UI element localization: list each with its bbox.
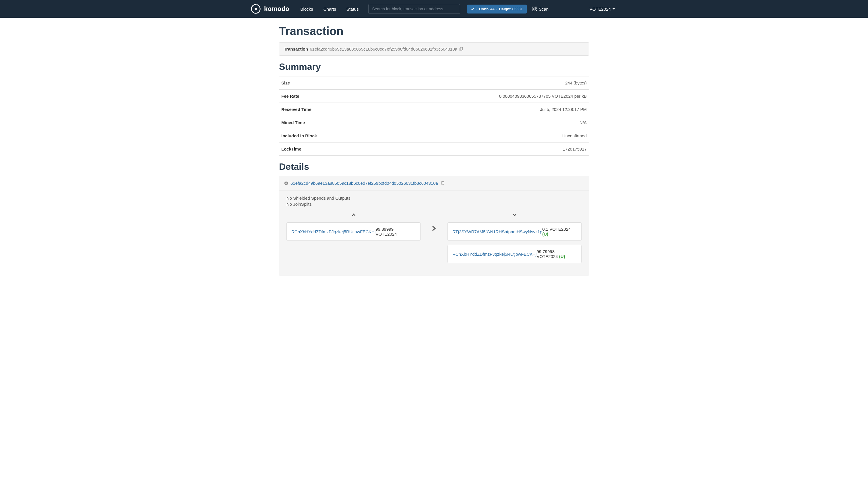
summary-value: Jul 5, 2024 12:39:17 PM	[540, 107, 587, 112]
svg-rect-11	[442, 181, 444, 184]
io-arrow	[432, 210, 436, 232]
caret-down-icon	[613, 8, 615, 9]
status-conn-label: Conn	[479, 7, 488, 11]
summary-row-received: Received Time Jul 5, 2024 12:39:17 PM	[279, 103, 589, 116]
summary-label: Fee Rate	[281, 94, 299, 99]
status-sep2: ·	[496, 7, 498, 11]
qr-icon	[532, 7, 537, 11]
details-hash-link[interactable]: 61efa2cd49b69e13a885059c18b6c0ed7ef259b0…	[291, 181, 438, 186]
details-panel: 61efa2cd49b69e13a885059c18b6c0ed7ef259b0…	[279, 176, 589, 276]
output-item: RTj2SYWR7AM5fGN1RHSatpnmHSwyNsvz1p 0.1 V…	[448, 222, 581, 241]
outputs-column: RTj2SYWR7AM5fGN1RHSatpnmHSwyNsvz1p 0.1 V…	[448, 210, 581, 267]
output-address-link[interactable]: RChXbHYddZDfmzPJqzkej5RUtjpwFECKHj	[452, 252, 536, 257]
inputs-collapse-toggle[interactable]	[287, 210, 420, 222]
output-amount: 99.79998 VOTE2024	[536, 249, 558, 259]
summary-value: Unconfirmed	[562, 133, 587, 138]
nav-link-charts[interactable]: Charts	[318, 1, 341, 17]
scan-link[interactable]: Scan	[532, 7, 549, 12]
summary-table: Size 244 (bytes) Fee Rate 0.000040983606…	[279, 76, 589, 156]
status-conn-value: 44	[490, 7, 494, 11]
chevron-right-icon	[432, 226, 436, 231]
shielded-info: No Shielded Spends and Outputs No JoinSp…	[287, 195, 581, 207]
summary-value: N/A	[579, 120, 587, 125]
copy-icon[interactable]	[440, 181, 444, 185]
svg-point-1	[255, 8, 257, 10]
summary-label: LockTime	[281, 147, 301, 151]
svg-rect-8	[460, 47, 463, 50]
chevron-up-icon	[351, 213, 356, 217]
summary-label: Mined Time	[281, 120, 305, 125]
connection-status-badge[interactable]: · Conn 44 · Height 85631	[467, 5, 527, 14]
input-address-link[interactable]: RChXbHYddZDfmzPJqzkej5RUtjpwFECKHj	[291, 229, 375, 234]
plus-circle-icon[interactable]	[284, 181, 288, 185]
output-amount-wrap: 0.1 VOTE2024 (U)	[542, 227, 577, 236]
navbar-inner: komodo Blocks Charts Status · Conn 44 · …	[250, 1, 618, 17]
status-sep1: ·	[476, 7, 477, 11]
output-unspent-flag: (U)	[542, 232, 548, 236]
summary-row-feerate: Fee Rate 0.00004098360655737705 VOTE2024…	[279, 89, 589, 103]
summary-value: 1720175917	[563, 147, 587, 151]
network-dropdown[interactable]: VOTE2024	[587, 1, 618, 17]
brand-name: komodo	[264, 5, 290, 13]
summary-label: Size	[281, 81, 290, 85]
check-icon	[471, 7, 475, 10]
tx-hash-value: 61efa2cd49b69e13a885059c18b6c0ed7ef259b0…	[310, 46, 457, 51]
inputs-column: RChXbHYddZDfmzPJqzkej5RUtjpwFECKHj 99.89…	[287, 210, 420, 245]
input-amount: 99.89999 VOTE2024	[375, 227, 416, 236]
summary-label: Included in Block	[281, 133, 317, 138]
details-header: 61efa2cd49b69e13a885059c18b6c0ed7ef259b0…	[279, 176, 589, 191]
shielded-note: No Shielded Spends and Outputs	[287, 195, 581, 201]
svg-rect-6	[536, 10, 537, 11]
summary-row-size: Size 244 (bytes)	[279, 76, 589, 89]
search-input[interactable]	[368, 4, 460, 14]
svg-rect-2	[533, 7, 534, 8]
navbar: komodo Blocks Charts Status · Conn 44 · …	[0, 0, 868, 18]
output-address-link[interactable]: RTj2SYWR7AM5fGN1RHSatpnmHSwyNsvz1p	[452, 229, 542, 234]
summary-row-block: Included in Block Unconfirmed	[279, 129, 589, 142]
nav-link-status[interactable]: Status	[341, 1, 364, 17]
chevron-down-icon	[513, 213, 517, 217]
nav-link-blocks[interactable]: Blocks	[295, 1, 318, 17]
status-height-label: Height	[499, 7, 510, 11]
svg-rect-4	[533, 9, 534, 11]
brand-logo[interactable]: komodo	[250, 3, 290, 14]
output-unspent-flag: (U)	[559, 254, 565, 259]
summary-label: Received Time	[281, 107, 312, 112]
nav-links: Blocks Charts Status	[295, 1, 364, 17]
svg-rect-3	[535, 7, 537, 8]
summary-heading: Summary	[279, 62, 589, 72]
outputs-collapse-toggle[interactable]	[448, 210, 581, 222]
summary-value: 244 (bytes)	[565, 81, 587, 85]
summary-value: 0.00004098360655737705 VOTE2024 per kB	[499, 94, 587, 99]
output-amount: 0.1 VOTE2024	[542, 227, 571, 232]
page-title: Transaction	[279, 25, 589, 38]
network-label: VOTE2024	[590, 7, 611, 12]
svg-rect-5	[535, 9, 536, 10]
input-item: RChXbHYddZDfmzPJqzkej5RUtjpwFECKHj 99.89…	[287, 222, 420, 241]
copy-icon[interactable]	[459, 47, 463, 51]
scan-label: Scan	[539, 7, 549, 12]
joinsplits-note: No JoinSplits	[287, 201, 581, 207]
page-container: Transaction Transaction 61efa2cd49b69e13…	[273, 25, 595, 276]
transaction-hash-box: Transaction 61efa2cd49b69e13a885059c18b6…	[279, 42, 589, 56]
details-body: No Shielded Spends and Outputs No JoinSp…	[279, 191, 589, 276]
io-section: RChXbHYddZDfmzPJqzkej5RUtjpwFECKHj 99.89…	[287, 210, 581, 267]
summary-row-locktime: LockTime 1720175917	[279, 142, 589, 156]
komodo-logo-icon	[250, 3, 261, 14]
search-wrap	[368, 4, 460, 14]
tx-hash-label: Transaction	[284, 46, 308, 51]
status-height-value: 85631	[512, 7, 523, 11]
output-amount-wrap: 99.79998 VOTE2024 (U)	[536, 249, 577, 259]
details-heading: Details	[279, 162, 589, 172]
summary-row-mined: Mined Time N/A	[279, 116, 589, 129]
output-item: RChXbHYddZDfmzPJqzkej5RUtjpwFECKHj 99.79…	[448, 245, 581, 263]
